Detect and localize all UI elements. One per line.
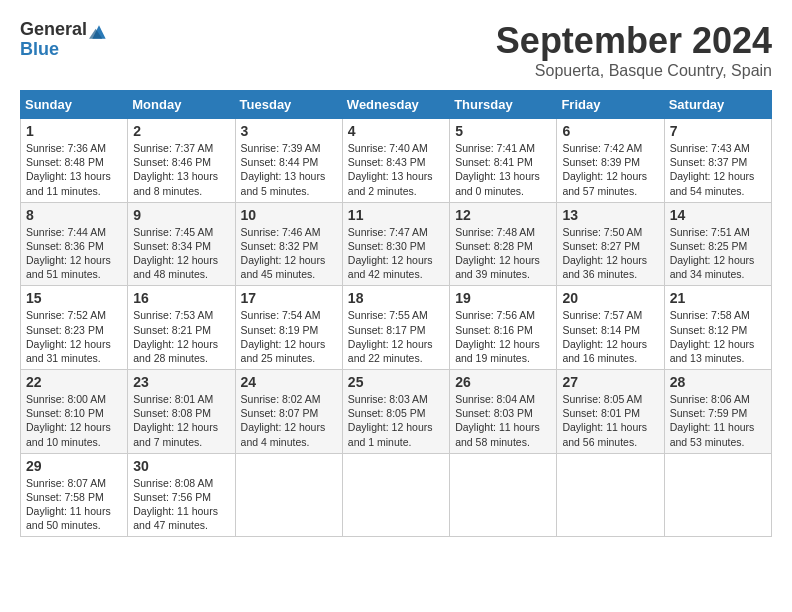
day-info: Sunrise: 8:01 AMSunset: 8:08 PMDaylight:… xyxy=(133,393,218,448)
calendar-cell-14: 14Sunrise: 7:51 AMSunset: 8:25 PMDayligh… xyxy=(664,202,771,286)
logo: General Blue xyxy=(20,20,109,60)
calendar-cell-1: 1Sunrise: 7:36 AMSunset: 8:48 PMDaylight… xyxy=(21,119,128,203)
day-info: Sunrise: 7:58 AMSunset: 8:12 PMDaylight:… xyxy=(670,309,755,364)
day-number: 30 xyxy=(133,458,229,474)
day-number: 29 xyxy=(26,458,122,474)
day-number: 8 xyxy=(26,207,122,223)
day-number: 2 xyxy=(133,123,229,139)
day-number: 16 xyxy=(133,290,229,306)
calendar-cell xyxy=(342,453,449,537)
day-number: 23 xyxy=(133,374,229,390)
day-number: 10 xyxy=(241,207,337,223)
calendar-cell-9: 9Sunrise: 7:45 AMSunset: 8:34 PMDaylight… xyxy=(128,202,235,286)
day-number: 24 xyxy=(241,374,337,390)
day-info: Sunrise: 8:06 AMSunset: 7:59 PMDaylight:… xyxy=(670,393,755,448)
day-info: Sunrise: 7:46 AMSunset: 8:32 PMDaylight:… xyxy=(241,226,326,281)
day-number: 21 xyxy=(670,290,766,306)
calendar-cell-27: 27Sunrise: 8:05 AMSunset: 8:01 PMDayligh… xyxy=(557,370,664,454)
day-header-monday: Monday xyxy=(128,91,235,119)
day-info: Sunrise: 8:08 AMSunset: 7:56 PMDaylight:… xyxy=(133,477,218,532)
calendar-cell xyxy=(450,453,557,537)
day-number: 3 xyxy=(241,123,337,139)
day-header-thursday: Thursday xyxy=(450,91,557,119)
calendar-cell-25: 25Sunrise: 8:03 AMSunset: 8:05 PMDayligh… xyxy=(342,370,449,454)
calendar-cell-28: 28Sunrise: 8:06 AMSunset: 7:59 PMDayligh… xyxy=(664,370,771,454)
day-number: 26 xyxy=(455,374,551,390)
day-header-sunday: Sunday xyxy=(21,91,128,119)
calendar-cell-22: 22Sunrise: 8:00 AMSunset: 8:10 PMDayligh… xyxy=(21,370,128,454)
day-number: 27 xyxy=(562,374,658,390)
day-number: 6 xyxy=(562,123,658,139)
day-header-wednesday: Wednesday xyxy=(342,91,449,119)
day-number: 9 xyxy=(133,207,229,223)
calendar-cell: 4Sunrise: 7:40 AMSunset: 8:43 PMDaylight… xyxy=(342,119,449,203)
calendar-header-row: SundayMondayTuesdayWednesdayThursdayFrid… xyxy=(21,91,772,119)
day-info: Sunrise: 7:48 AMSunset: 8:28 PMDaylight:… xyxy=(455,226,540,281)
day-info: Sunrise: 7:54 AMSunset: 8:19 PMDaylight:… xyxy=(241,309,326,364)
day-number: 1 xyxy=(26,123,122,139)
day-info: Sunrise: 7:51 AMSunset: 8:25 PMDaylight:… xyxy=(670,226,755,281)
calendar-cell-17: 17Sunrise: 7:54 AMSunset: 8:19 PMDayligh… xyxy=(235,286,342,370)
day-number: 4 xyxy=(348,123,444,139)
calendar-cell xyxy=(235,453,342,537)
day-number: 12 xyxy=(455,207,551,223)
calendar-cell: 6Sunrise: 7:42 AMSunset: 8:39 PMDaylight… xyxy=(557,119,664,203)
calendar-cell xyxy=(664,453,771,537)
day-info: Sunrise: 7:43 AMSunset: 8:37 PMDaylight:… xyxy=(670,142,755,197)
day-info: Sunrise: 7:47 AMSunset: 8:30 PMDaylight:… xyxy=(348,226,433,281)
page-header: General Blue September 2024 Sopuerta, Ba… xyxy=(20,20,772,80)
month-title: September 2024 xyxy=(496,20,772,62)
day-info: Sunrise: 8:00 AMSunset: 8:10 PMDaylight:… xyxy=(26,393,111,448)
calendar-row-4: 22Sunrise: 8:00 AMSunset: 8:10 PMDayligh… xyxy=(21,370,772,454)
day-number: 11 xyxy=(348,207,444,223)
day-header-saturday: Saturday xyxy=(664,91,771,119)
day-info: Sunrise: 7:44 AMSunset: 8:36 PMDaylight:… xyxy=(26,226,111,281)
calendar-cell: 5Sunrise: 7:41 AMSunset: 8:41 PMDaylight… xyxy=(450,119,557,203)
calendar-row-1: 1Sunrise: 7:36 AMSunset: 8:48 PMDaylight… xyxy=(21,119,772,203)
calendar-cell-8: 8Sunrise: 7:44 AMSunset: 8:36 PMDaylight… xyxy=(21,202,128,286)
calendar-cell-26: 26Sunrise: 8:04 AMSunset: 8:03 PMDayligh… xyxy=(450,370,557,454)
day-info: Sunrise: 7:45 AMSunset: 8:34 PMDaylight:… xyxy=(133,226,218,281)
calendar-cell-24: 24Sunrise: 8:02 AMSunset: 8:07 PMDayligh… xyxy=(235,370,342,454)
calendar-cell-13: 13Sunrise: 7:50 AMSunset: 8:27 PMDayligh… xyxy=(557,202,664,286)
day-info: Sunrise: 7:37 AMSunset: 8:46 PMDaylight:… xyxy=(133,142,218,197)
day-number: 17 xyxy=(241,290,337,306)
calendar-row-3: 15Sunrise: 7:52 AMSunset: 8:23 PMDayligh… xyxy=(21,286,772,370)
day-info: Sunrise: 7:53 AMSunset: 8:21 PMDaylight:… xyxy=(133,309,218,364)
day-number: 19 xyxy=(455,290,551,306)
day-header-tuesday: Tuesday xyxy=(235,91,342,119)
calendar-cell-18: 18Sunrise: 7:55 AMSunset: 8:17 PMDayligh… xyxy=(342,286,449,370)
day-info: Sunrise: 8:07 AMSunset: 7:58 PMDaylight:… xyxy=(26,477,111,532)
day-info: Sunrise: 7:57 AMSunset: 8:14 PMDaylight:… xyxy=(562,309,647,364)
calendar-cell: 7Sunrise: 7:43 AMSunset: 8:37 PMDaylight… xyxy=(664,119,771,203)
calendar-cell-16: 16Sunrise: 7:53 AMSunset: 8:21 PMDayligh… xyxy=(128,286,235,370)
day-info: Sunrise: 7:36 AMSunset: 8:48 PMDaylight:… xyxy=(26,142,111,197)
day-number: 22 xyxy=(26,374,122,390)
day-header-friday: Friday xyxy=(557,91,664,119)
day-number: 28 xyxy=(670,374,766,390)
day-info: Sunrise: 7:55 AMSunset: 8:17 PMDaylight:… xyxy=(348,309,433,364)
day-info: Sunrise: 8:05 AMSunset: 8:01 PMDaylight:… xyxy=(562,393,647,448)
day-info: Sunrise: 8:04 AMSunset: 8:03 PMDaylight:… xyxy=(455,393,540,448)
calendar-cell-15: 15Sunrise: 7:52 AMSunset: 8:23 PMDayligh… xyxy=(21,286,128,370)
calendar-row-2: 8Sunrise: 7:44 AMSunset: 8:36 PMDaylight… xyxy=(21,202,772,286)
day-info: Sunrise: 7:56 AMSunset: 8:16 PMDaylight:… xyxy=(455,309,540,364)
calendar-row-5: 29Sunrise: 8:07 AMSunset: 7:58 PMDayligh… xyxy=(21,453,772,537)
calendar-cell-10: 10Sunrise: 7:46 AMSunset: 8:32 PMDayligh… xyxy=(235,202,342,286)
calendar-cell-11: 11Sunrise: 7:47 AMSunset: 8:30 PMDayligh… xyxy=(342,202,449,286)
day-number: 14 xyxy=(670,207,766,223)
calendar-cell: 2Sunrise: 7:37 AMSunset: 8:46 PMDaylight… xyxy=(128,119,235,203)
day-number: 7 xyxy=(670,123,766,139)
calendar-cell: 30Sunrise: 8:08 AMSunset: 7:56 PMDayligh… xyxy=(128,453,235,537)
day-number: 20 xyxy=(562,290,658,306)
day-info: Sunrise: 7:52 AMSunset: 8:23 PMDaylight:… xyxy=(26,309,111,364)
calendar-cell: 3Sunrise: 7:39 AMSunset: 8:44 PMDaylight… xyxy=(235,119,342,203)
day-info: Sunrise: 7:40 AMSunset: 8:43 PMDaylight:… xyxy=(348,142,433,197)
calendar-cell-20: 20Sunrise: 7:57 AMSunset: 8:14 PMDayligh… xyxy=(557,286,664,370)
day-info: Sunrise: 7:41 AMSunset: 8:41 PMDaylight:… xyxy=(455,142,540,197)
calendar-cell-12: 12Sunrise: 7:48 AMSunset: 8:28 PMDayligh… xyxy=(450,202,557,286)
day-info: Sunrise: 8:02 AMSunset: 8:07 PMDaylight:… xyxy=(241,393,326,448)
calendar-table: SundayMondayTuesdayWednesdayThursdayFrid… xyxy=(20,90,772,537)
day-info: Sunrise: 7:39 AMSunset: 8:44 PMDaylight:… xyxy=(241,142,326,197)
day-number: 15 xyxy=(26,290,122,306)
